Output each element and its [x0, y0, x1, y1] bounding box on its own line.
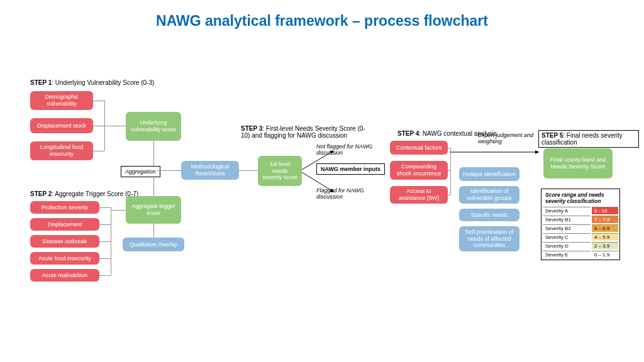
- legend-range: 7 – 7.9: [592, 216, 618, 223]
- not-flagged-label: Not flagged for NAWG discussion: [316, 143, 379, 156]
- first-level-score: 1st level needs severity score: [258, 156, 302, 186]
- step4-blue-3: Self-prioritisation of needs of affected…: [459, 226, 519, 251]
- step2-input-2: Disease outbreak: [30, 235, 99, 248]
- flagged-label: Flagged for NAWG discussion: [316, 187, 386, 200]
- legend-label: Severity D: [543, 242, 591, 250]
- expert-judgement: Expert judgement and weighting: [478, 132, 547, 145]
- legend-range: 6 – 6.9: [592, 224, 618, 232]
- step4-red-2: Access to assistance (5W): [390, 186, 448, 204]
- aggregation-label: Aggregation: [121, 166, 160, 177]
- step5-label: STEP 5: Final needs severity classificat…: [538, 130, 639, 148]
- step2-input-1: Displacement: [30, 218, 99, 231]
- legend-label: Severity A: [543, 207, 591, 214]
- legend-label: Severity C: [543, 233, 591, 241]
- step1-input-2: Longitudinal food insecurity: [30, 141, 93, 160]
- legend-range: 4 – 5.9: [592, 233, 618, 241]
- qualitative-overlay: Qualitative Overlay: [123, 238, 184, 251]
- legend-range: 2 – 3.9: [592, 242, 618, 250]
- step1-input-1: Displacement stock: [30, 118, 93, 133]
- step4-red-0: Contextual factors: [390, 141, 448, 155]
- step2-label: STEP 2: Aggregate Trigger Score (0-7): [30, 190, 138, 197]
- methodological-box: Methodological Restrictions: [181, 161, 239, 180]
- step2-output: Aggregate trigger score: [126, 196, 181, 224]
- step1-input-0: Demographic vulnerability: [30, 91, 93, 110]
- step4-blue-0: Hotspot identification: [459, 167, 519, 181]
- final-score-box: Final county band and Needs Severity Sco…: [543, 148, 613, 178]
- step4-blue-1: Identification of vulnerable groups: [459, 186, 519, 204]
- step4-red-1: Compounding shock occurrence: [390, 161, 448, 180]
- step4-blue-2: Specific needs: [459, 209, 519, 221]
- step2-input-0: Protection severity: [30, 201, 99, 214]
- legend-label: Severity B2: [543, 224, 591, 232]
- step1-output: Underlying vulnerability score: [126, 112, 181, 141]
- step2-input-4: Acute malnutrition: [30, 269, 99, 282]
- legend-label: Severity E: [543, 251, 591, 258]
- step3-label: STEP 3: First-level Needs Severity Score…: [241, 125, 367, 139]
- page-title: NAWG analytical framework – process flow…: [0, 13, 644, 30]
- nawg-member-inputs: NAWG member inputs: [316, 163, 385, 175]
- legend-label: Severity B1: [543, 216, 591, 223]
- severity-legend: Score range and needs severity classific…: [541, 189, 620, 260]
- legend-range: 8 - 10: [592, 207, 618, 214]
- step2-input-3: Acute food insecurity: [30, 252, 99, 265]
- legend-range: 0 – 1.9: [592, 251, 618, 258]
- step1-label: STEP 1: Underlying Vulnerability Score (…: [30, 79, 154, 86]
